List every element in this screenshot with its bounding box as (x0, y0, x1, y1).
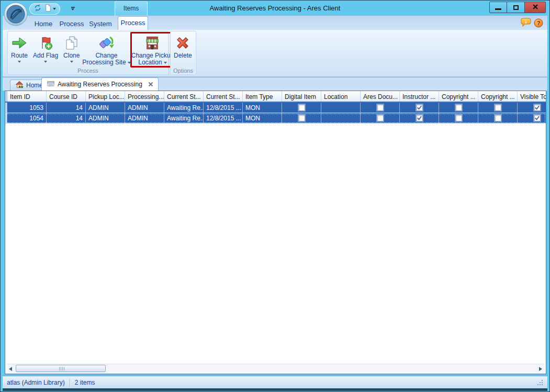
application-menu-button[interactable] (4, 2, 28, 26)
scrollbar-grip-icon (61, 367, 61, 371)
horizontal-scrollbar[interactable] (6, 364, 545, 373)
scroll-left-button[interactable] (6, 365, 15, 373)
ribbon-tab-system[interactable]: System (86, 18, 115, 30)
grid-cell[interactable]: ADMIN (125, 103, 164, 113)
ribbon-tab-bar: Home Process System Process i ? (3, 16, 547, 30)
dropdown-caret-icon (164, 62, 167, 64)
grid-cell[interactable]: MON (243, 113, 282, 123)
checkbox-unchecked[interactable] (495, 115, 501, 121)
checkbox-unchecked[interactable] (455, 115, 462, 121)
checkbox-unchecked[interactable] (495, 104, 501, 111)
column-header-ares-docu[interactable]: Ares Docu... (361, 91, 400, 102)
column-header-pickup-loc[interactable]: Pickup Loc... (86, 91, 125, 102)
grid-cell[interactable] (361, 103, 400, 113)
change-pickup-location-button[interactable]: Change Pickup Location (130, 32, 174, 68)
grid-cell[interactable]: 14 (47, 103, 86, 113)
grid-cell[interactable] (321, 113, 361, 123)
grid-cell[interactable] (478, 103, 518, 113)
grid-cell[interactable]: ADMIN (86, 113, 125, 123)
grid-cell[interactable] (439, 103, 478, 113)
checkbox-unchecked[interactable] (298, 115, 305, 121)
close-button[interactable] (525, 2, 546, 13)
help-button[interactable]: ? (534, 18, 543, 28)
arrow-left-icon (9, 367, 12, 371)
grid-cell[interactable]: MON (243, 103, 282, 113)
grid-cell[interactable] (400, 113, 439, 123)
grid-cell[interactable]: Awaiting Re... (164, 113, 204, 123)
titlebar: Items Awaiting Reserves Processing - Are… (1, 1, 549, 16)
grid-cell[interactable]: 1053 (7, 103, 47, 113)
checkbox-checked[interactable] (416, 115, 423, 121)
status-item-count: 2 items (75, 379, 95, 386)
grid-row[interactable]: 105314ADMINADMINAwaiting Re...12/8/2015 … (5, 103, 546, 113)
change-processing-site-icon (98, 33, 115, 52)
change-processing-site-button[interactable]: Change Processing Site (82, 32, 130, 68)
ribbon-group-options: Delete Options (170, 31, 196, 75)
checkbox-unchecked[interactable] (377, 104, 384, 111)
grid-cell[interactable] (282, 113, 321, 123)
grid-cell[interactable] (518, 103, 546, 113)
route-button[interactable]: Route (8, 32, 30, 64)
ribbon-tab-process-items[interactable]: Process (118, 16, 148, 30)
scroll-right-button[interactable] (536, 365, 545, 373)
checkbox-unchecked[interactable] (298, 104, 305, 111)
grid-cell[interactable] (400, 103, 439, 113)
column-header-visible-to[interactable]: Visible To (518, 91, 546, 102)
column-header-item-type[interactable]: Item Type (243, 91, 282, 102)
feedback-bubble-icon: i (521, 18, 531, 28)
column-header-processing[interactable]: Processing... (125, 91, 164, 102)
minimize-button[interactable] (489, 2, 507, 13)
column-header-digital-item[interactable]: Digital Item (282, 91, 321, 102)
delete-icon (174, 33, 191, 52)
quick-access-toolbar (29, 3, 60, 15)
grid-cell[interactable]: 1054 (7, 113, 47, 123)
grid-cell[interactable]: ADMIN (86, 103, 125, 113)
grid-cell[interactable] (282, 103, 321, 113)
customize-quick-access-button[interactable] (69, 5, 76, 12)
document-tab-strip: Home Awaiting Reserves Processing (3, 77, 547, 91)
grid-cell[interactable] (439, 113, 478, 123)
column-header-current-st[interactable]: Current St... (164, 91, 204, 102)
resize-grip[interactable] (536, 379, 543, 386)
checkbox-unchecked[interactable] (377, 115, 384, 121)
feedback-button[interactable]: i (521, 18, 531, 28)
column-header-item-id[interactable]: Item ID (7, 91, 47, 102)
clone-button[interactable]: Clone (61, 32, 82, 64)
ribbon-group-process-label: Process (8, 68, 168, 74)
grid-cell[interactable] (361, 113, 400, 123)
checkbox-unchecked[interactable] (455, 104, 462, 111)
maximize-button[interactable] (507, 2, 525, 13)
ribbon-tab-home[interactable]: Home (31, 18, 56, 30)
ribbon-tab-process[interactable]: Process (57, 18, 86, 30)
column-header-location[interactable]: Location (321, 91, 361, 102)
new-item-button[interactable] (44, 4, 56, 14)
checkbox-checked[interactable] (534, 104, 541, 111)
grid-cell[interactable] (478, 113, 518, 123)
grid-cell[interactable]: 12/8/2015 ... (204, 103, 243, 113)
new-document-icon (44, 4, 52, 14)
delete-button[interactable]: Delete (171, 32, 195, 61)
sync-button[interactable] (33, 4, 42, 14)
scrollbar-thumb[interactable] (16, 365, 106, 372)
checkbox-checked[interactable] (534, 115, 541, 121)
grid-cell[interactable]: 14 (47, 113, 86, 123)
window-controls (489, 2, 546, 13)
column-header-copyright[interactable]: Copyright ... (478, 91, 518, 102)
column-header-current-st[interactable]: Current St... (204, 91, 243, 102)
grid-cell[interactable] (518, 113, 546, 123)
grid-cell[interactable]: ADMIN (125, 113, 164, 123)
column-header-copyright[interactable]: Copyright ... (439, 91, 478, 102)
tab-close-button[interactable] (148, 82, 153, 87)
add-flag-button[interactable]: Add Flag (30, 32, 61, 64)
status-separator (70, 378, 70, 387)
doc-tab-awaiting-reserves-processing[interactable]: Awaiting Reserves Processing (41, 77, 159, 91)
grid-row[interactable]: 105414ADMINADMINAwaiting Re...12/8/2015 … (5, 113, 546, 124)
checkbox-checked[interactable] (416, 104, 423, 111)
grid-cell[interactable]: Awaiting Re... (164, 103, 204, 113)
grid-cell[interactable] (321, 103, 361, 113)
dropdown-caret-icon (70, 61, 73, 63)
grid-cell[interactable]: 12/8/2015 ... (204, 113, 243, 123)
home-icon (15, 81, 24, 90)
column-header-instructor[interactable]: Instructor ... (400, 91, 439, 102)
column-header-course-id[interactable]: Course ID (47, 91, 86, 102)
